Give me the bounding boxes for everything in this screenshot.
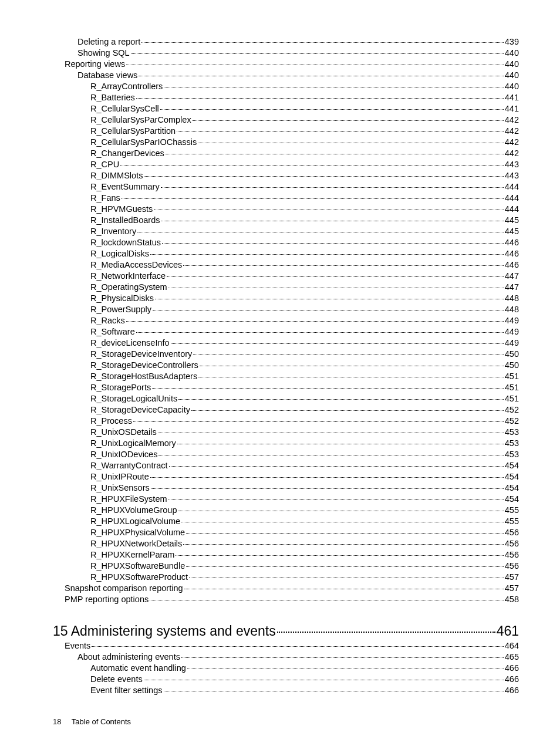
toc-entry-title: R_Software — [90, 326, 135, 337]
toc-entry[interactable]: R_StorageHostBusAdapters451 — [53, 371, 519, 382]
toc-entry[interactable]: R_lockdownStatus446 — [53, 237, 519, 248]
toc-entry-title: R_InstalledBoards — [90, 215, 160, 226]
toc-entry-page: 444 — [505, 181, 519, 193]
toc-entry[interactable]: R_InstalledBoards445 — [53, 215, 519, 226]
toc-entry-page: 452 — [505, 416, 519, 427]
toc-entry[interactable]: Deleting a report439 — [53, 36, 519, 48]
toc-entry-page: 452 — [505, 404, 519, 416]
toc-entry-title: R_StorageHostBusAdapters — [90, 371, 197, 382]
toc-entry[interactable]: R_ArrayControllers440 — [53, 81, 519, 92]
toc-entry[interactable]: R_CellularSysCell441 — [53, 103, 519, 114]
toc-entry[interactable]: R_PhysicalDisks448 — [53, 293, 519, 304]
toc-entry-page: 442 — [505, 114, 519, 126]
toc-entry-page: 453 — [505, 438, 519, 449]
toc-entry-page: 442 — [505, 137, 519, 148]
toc-entry-page: 449 — [505, 337, 519, 349]
toc-entry-title: Reporting views — [65, 59, 125, 70]
toc-entry-title: Event filter settings — [90, 685, 163, 696]
toc-entry[interactable]: R_StorageDeviceCapacity452 — [53, 404, 519, 416]
toc-entry-title: R_MediaAccessDevices — [90, 259, 182, 271]
toc-entry-title: R_StorageDeviceInventory — [90, 349, 192, 360]
toc-entry[interactable]: R_HPUXVolumeGroup455 — [53, 505, 519, 516]
toc-entry[interactable]: R_HPUXPhysicalVolume456 — [53, 527, 519, 538]
toc-entry[interactable]: R_CellularSysParComplex442 — [53, 114, 519, 126]
toc-entry[interactable]: R_HPUXKernelParam456 — [53, 549, 519, 561]
toc-chapter-line[interactable]: 15 Administering systems and events 461 — [53, 623, 519, 639]
toc-entry[interactable]: R_MediaAccessDevices446 — [53, 259, 519, 271]
toc-entry[interactable]: R_StorageLogicalUnits451 — [53, 393, 519, 404]
toc-entry[interactable]: R_deviceLicenseInfo449 — [53, 337, 519, 349]
page-footer: 18 Table of Contents — [53, 717, 131, 726]
toc-entry[interactable]: R_UnixOSDetails453 — [53, 427, 519, 438]
toc-entry[interactable]: Snapshot comparison reporting457 — [53, 583, 519, 594]
toc-entry[interactable]: R_Software449 — [53, 326, 519, 337]
toc-entry-page: 446 — [505, 259, 519, 271]
toc-entry-page: 466 — [505, 674, 519, 685]
toc-leader — [120, 165, 504, 166]
toc-entry-title: Deleting a report — [77, 36, 140, 48]
toc-entry[interactable]: R_EventSummary444 — [53, 181, 519, 193]
toc-entry[interactable]: R_CellularSysPartition442 — [53, 126, 519, 137]
toc-entry[interactable]: R_NetworkInterface447 — [53, 271, 519, 282]
toc-entry[interactable]: R_StoragePorts451 — [53, 382, 519, 393]
toc-entry[interactable]: R_Inventory445 — [53, 226, 519, 237]
toc-entry[interactable]: R_Batteries441 — [53, 92, 519, 103]
toc-entry[interactable]: R_HPVMGuests444 — [53, 204, 519, 215]
toc-entry[interactable]: R_StorageDeviceInventory450 — [53, 349, 519, 360]
toc-entry[interactable]: Automatic event handling466 — [53, 663, 519, 674]
toc-entry-title: R_ChangerDevices — [90, 148, 164, 159]
toc-leader — [200, 366, 504, 366]
toc-entry-title: R_Inventory — [90, 226, 136, 237]
toc-entry-title: R_UnixSensors — [90, 482, 150, 494]
toc-leader — [168, 499, 504, 500]
toc-leader — [164, 87, 504, 87]
toc-entry[interactable]: Event filter settings466 — [53, 685, 519, 696]
toc-leader — [198, 377, 504, 377]
toc-entry[interactable]: About administering events465 — [53, 652, 519, 663]
toc-entry[interactable]: R_PowerSupply448 — [53, 304, 519, 315]
toc-leader — [158, 455, 503, 455]
toc-chapter-page: 461 — [497, 623, 519, 639]
toc-entry-page: 444 — [505, 204, 519, 215]
toc-entry-title: R_HPUXSoftwareBundle — [90, 561, 185, 572]
toc-entry-page: 456 — [505, 538, 519, 549]
toc-entry[interactable]: PMP reporting options458 — [53, 594, 519, 605]
toc-entry[interactable]: R_UnixIPRoute454 — [53, 471, 519, 482]
toc-leader — [150, 477, 504, 478]
toc-leader — [126, 65, 504, 65]
toc-block: Deleting a report439Showing SQL440Report… — [53, 36, 519, 605]
toc-entry-title: R_ArrayControllers — [90, 81, 163, 92]
toc-entry[interactable]: R_HPUXNetworkDetails456 — [53, 538, 519, 549]
toc-entry-page: 465 — [505, 652, 519, 663]
toc-entry[interactable]: R_ChangerDevices442 — [53, 148, 519, 159]
toc-entry[interactable]: R_HPUXSoftwareBundle456 — [53, 561, 519, 572]
toc-entry-page: 448 — [505, 293, 519, 304]
toc-entry[interactable]: R_HPUXFileSystem454 — [53, 494, 519, 505]
toc-entry[interactable]: R_UnixLogicalMemory453 — [53, 438, 519, 449]
toc-entry[interactable]: Reporting views440 — [53, 59, 519, 70]
toc-entry[interactable]: Delete events466 — [53, 674, 519, 685]
toc-entry[interactable]: R_HPUXLogicalVolume455 — [53, 516, 519, 527]
toc-entry-title: R_StorageDeviceCapacity — [90, 404, 190, 416]
toc-entry[interactable]: R_HPUXSoftwareProduct457 — [53, 572, 519, 583]
toc-entry[interactable]: R_UnixSensors454 — [53, 482, 519, 494]
toc-entry[interactable]: R_CPU443 — [53, 159, 519, 170]
toc-entry-title: Automatic event handling — [90, 663, 186, 674]
toc-entry[interactable]: R_LogicalDisks446 — [53, 248, 519, 259]
toc-entry-page: 466 — [505, 663, 519, 674]
toc-entry-page: 455 — [505, 516, 519, 527]
toc-entry[interactable]: R_Racks449 — [53, 315, 519, 326]
toc-entry[interactable]: R_OperatingSystem447 — [53, 282, 519, 293]
toc-entry[interactable]: R_StorageDeviceControllers450 — [53, 360, 519, 371]
toc-entry[interactable]: R_DIMMSlots443 — [53, 170, 519, 181]
toc-entry[interactable]: R_Fans444 — [53, 193, 519, 204]
toc-entry[interactable]: Database views440 — [53, 70, 519, 81]
toc-entry[interactable]: R_CellularSysParIOChassis442 — [53, 137, 519, 148]
toc-entry[interactable]: Events464 — [53, 640, 519, 652]
toc-entry[interactable]: R_UnixIODevices453 — [53, 449, 519, 460]
toc-entry-title: R_deviceLicenseInfo — [90, 337, 170, 349]
toc-entry-page: 451 — [505, 393, 519, 404]
toc-entry[interactable]: Showing SQL440 — [53, 48, 519, 59]
toc-entry[interactable]: R_Process452 — [53, 416, 519, 427]
toc-entry[interactable]: R_WarrantyContract454 — [53, 460, 519, 471]
